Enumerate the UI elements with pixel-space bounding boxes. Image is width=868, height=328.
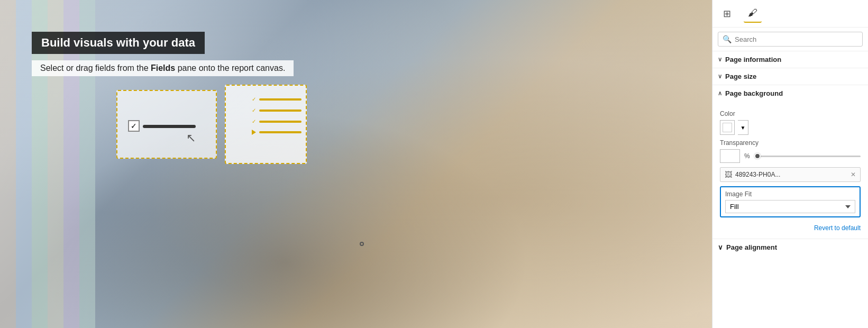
illus-cursor: ↖ <box>186 131 196 145</box>
percent-label: % <box>744 152 750 160</box>
transparency-slider-thumb[interactable] <box>754 153 761 159</box>
color-swatch <box>723 123 732 132</box>
canvas-area: Build visuals with your data Select or d… <box>0 0 712 328</box>
visualizations-icon: ⊞ <box>723 8 731 20</box>
right-panel: ⊞ 🖌 🔍 ∨ Page information ∨ Page size ∧ P… <box>712 0 868 328</box>
section-page-alignment[interactable]: ∨ Page alignment <box>712 239 868 256</box>
chevron-page-alignment: ∨ <box>718 243 723 251</box>
chevron-page-size: ∨ <box>718 73 722 80</box>
illus-checkbox: ✓ <box>128 120 140 132</box>
revert-link-container: Revert to default <box>720 223 861 232</box>
transparency-row: 0 % <box>720 149 861 163</box>
illus-drag-line <box>143 125 196 128</box>
section-page-size-label: Page size <box>725 72 756 80</box>
search-field-container: 🔍 <box>718 32 863 47</box>
canvas-content: Build visuals with your data Select or d… <box>32 32 294 76</box>
chevron-page-information: ∨ <box>718 56 722 63</box>
section-page-information[interactable]: ∨ Page information <box>712 51 868 68</box>
image-file-name: 489243-PH0A... <box>735 171 847 178</box>
color-label: Color <box>720 110 861 117</box>
section-page-background[interactable]: ∧ Page background <box>712 85 868 102</box>
image-fit-section: Image Fit Fill Fit Stretch Normal Tile <box>720 186 861 217</box>
mouse-cursor <box>360 242 364 246</box>
image-file-icon: 🖼 <box>725 170 732 179</box>
format-paintbrush-icon: 🖌 <box>748 7 757 19</box>
image-fit-select[interactable]: Fill Fit Stretch Normal Tile <box>725 200 855 213</box>
subtext-suffix: pane onto the report canvas. <box>175 63 285 72</box>
search-icon: 🔍 <box>723 35 732 43</box>
illus-row-4 <box>252 130 301 135</box>
image-fit-label: Image Fit <box>725 190 855 198</box>
transparency-input[interactable]: 0 <box>720 149 740 163</box>
transparency-slider-track[interactable] <box>754 156 861 157</box>
chevron-page-background: ∧ <box>718 90 722 97</box>
illus-row-1: ✓ <box>252 96 301 102</box>
section-page-alignment-label: Page alignment <box>726 243 777 251</box>
format-icon-btn[interactable]: 🖌 <box>744 4 762 23</box>
chevron-down-icon: ▼ <box>741 125 746 131</box>
illus-row-2: ✓ <box>252 107 301 113</box>
illus-window-right: ✓ ✓ ✓ <box>225 85 307 164</box>
subtext-bold: Fields <box>151 63 175 72</box>
subtext-prefix: Select or drag fields from the <box>40 63 151 72</box>
illus-window-left: ✓ ↖ <box>116 90 217 159</box>
illustration: ✓ ↖ ✓ ✓ ✓ <box>116 85 307 180</box>
color-swatch-button[interactable] <box>720 120 735 135</box>
revert-to-default-link[interactable]: Revert to default <box>814 224 861 232</box>
illus-rows: ✓ ✓ ✓ <box>252 96 301 135</box>
transparency-label: Transparency <box>720 139 861 147</box>
subtext-box: Select or drag fields from the Fields pa… <box>32 60 294 76</box>
image-file-row: 🖼 489243-PH0A... ✕ <box>720 167 861 182</box>
panel-icons-bar: ⊞ 🖌 <box>712 0 868 28</box>
page-background-content: Color ▼ Transparency 0 % 🖼 489243-PH0A..… <box>712 102 868 239</box>
headline-text: Build visuals with your data <box>41 36 195 49</box>
visualizations-icon-btn[interactable]: ⊞ <box>719 5 735 23</box>
color-row: ▼ <box>720 120 861 135</box>
section-page-size[interactable]: ∨ Page size <box>712 68 868 85</box>
subtext-text: Select or drag fields from the Fields pa… <box>40 63 285 72</box>
section-page-background-label: Page background <box>725 89 783 97</box>
headline-box: Build visuals with your data <box>32 32 205 54</box>
image-file-close-button[interactable]: ✕ <box>851 171 856 178</box>
search-input[interactable] <box>735 35 858 43</box>
section-page-information-label: Page information <box>725 56 781 63</box>
illus-row-3: ✓ <box>252 119 301 124</box>
color-dropdown-button[interactable]: ▼ <box>738 120 748 135</box>
